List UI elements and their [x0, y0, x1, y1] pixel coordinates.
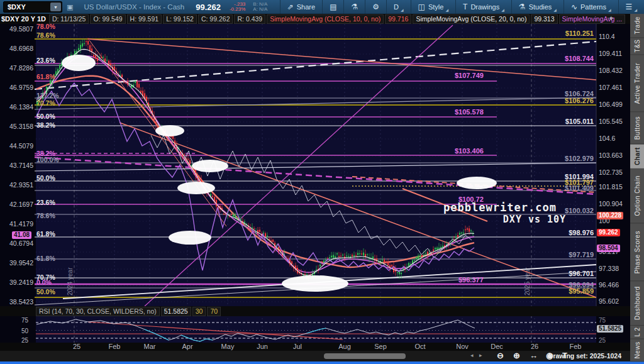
candle-body: [331, 256, 332, 258]
sidebar-tab-buttons[interactable]: Buttons: [630, 112, 644, 144]
right-axis-badge: 98.504: [597, 245, 620, 252]
right-axis-badge: 100.228: [597, 212, 623, 219]
sidebar-tab-l-2[interactable]: L 2: [630, 326, 644, 339]
sidebar-tab-active-trader[interactable]: Active Trader: [630, 55, 644, 112]
candle-body: [319, 265, 321, 267]
toolbar-button-notes[interactable]: ▤: [322, 0, 343, 14]
candle-body: [250, 228, 251, 229]
time-axis[interactable]: 25FebMarAprMayJunJulAugSepOctNovDec26Feb: [0, 343, 630, 351]
ohlc-field: H: 99.591: [127, 14, 162, 24]
text-icon: T: [463, 3, 467, 11]
price-chart-canvas[interactable]: 2024 year2025 year78.0%78.6%23.6%61.8%12…: [0, 24, 630, 351]
left-axis-tick: 39.2419: [9, 279, 33, 286]
sidebar-tab-dashboard[interactable]: Dashboard: [630, 281, 644, 326]
time-axis-label: Sep: [374, 343, 387, 350]
study-name[interactable]: SimpleMovingAvg (CLOSE, 20, 0, no): [413, 14, 530, 24]
price-level-label: $98.976: [569, 229, 594, 236]
fib-level-label: 70.7%: [36, 99, 55, 107]
crosshair-cursor-icon[interactable]: ⌖: [599, 14, 624, 23]
candle-body: [235, 215, 236, 218]
toolbar-button-label: D: [394, 3, 399, 11]
rsi-overbought-value[interactable]: 70: [207, 307, 221, 316]
price-level-label: $105.011: [565, 118, 594, 125]
candles-icon: ◫: [418, 3, 425, 11]
left-axis-tick: 39.9542: [9, 259, 33, 267]
toolbar-button-analyze[interactable]: ⚗: [343, 0, 365, 14]
zoom-in-icon[interactable]: ⊕: [513, 351, 520, 360]
sidebar-tab-trade[interactable]: Trade: [630, 14, 644, 38]
chart-scrollbar-handle[interactable]: [324, 353, 406, 359]
year-marker-label: 2024 year: [67, 267, 74, 295]
candle-body: [59, 65, 60, 69]
rsi-plot-bg: [36, 316, 596, 343]
symbol-dropdown-icon[interactable]: ▼: [50, 3, 61, 11]
fib-level-label: 100.0%: [36, 156, 59, 163]
toolbar-button-label: Studies: [529, 3, 552, 11]
symbol-selector[interactable]: $DXY ▼: [3, 1, 62, 13]
wave-icon: ∿: [571, 3, 577, 11]
candle-body: [423, 255, 425, 255]
candle-body: [416, 257, 417, 259]
candle-body: [467, 228, 468, 229]
candle-body: [359, 253, 360, 254]
zoom-out-icon[interactable]: ⊖: [497, 351, 504, 360]
toolbar-button-label: Patterns: [580, 3, 606, 11]
candle-body: [316, 269, 317, 270]
sidebar-tab-t-s[interactable]: T&S: [630, 38, 644, 55]
right-axis-tick: 102.735: [599, 168, 623, 176]
fib-level-label: 50.0%: [36, 288, 55, 295]
change-percent: -0.23%: [230, 7, 245, 12]
toolbar-button-style[interactable]: ◫Style◢: [411, 0, 455, 14]
toolbar-button-settings[interactable]: ⚙: [365, 0, 386, 14]
sidebar-tab-news[interactable]: News: [630, 339, 644, 361]
toolbar-button-studies[interactable]: ⚗Studies◢: [511, 0, 564, 14]
candle-body: [333, 255, 334, 258]
fib-level-label: 61.8%: [36, 230, 55, 238]
candle-body: [106, 60, 108, 60]
candle-body: [348, 256, 349, 256]
right-axis-tick: 101.815: [599, 183, 623, 190]
candle-body: [352, 255, 353, 256]
highlight-ellipse: [177, 182, 215, 194]
sidebar-tab-option-chain[interactable]: Option Chain: [630, 168, 644, 223]
gear-icon: ⚙: [372, 3, 379, 11]
link-channel-icon[interactable]: ▣: [67, 3, 73, 11]
candle-body: [461, 233, 462, 233]
candle-body: [455, 237, 457, 238]
fib-level-label: 38.2%: [36, 121, 55, 129]
price-level-label: $108.744: [565, 55, 594, 62]
price-level-label: $103.406: [455, 147, 484, 155]
rsi-oversold-value[interactable]: 30: [192, 307, 206, 316]
time-axis-label: May: [221, 343, 235, 350]
sidebar-tab-phase-scores[interactable]: Phase Scores: [630, 224, 644, 281]
toolbar-button-drawings[interactable]: TDrawings◢: [455, 0, 511, 14]
toolbar-button-share[interactable]: ⇗Share: [280, 0, 322, 14]
candle-body: [231, 214, 232, 214]
candle-body: [287, 258, 289, 258]
ohlc-field: O: 99.549: [90, 14, 125, 24]
price-level-label: $95.859: [569, 287, 594, 295]
toolbar-button-timeframe[interactable]: D◢: [386, 0, 411, 14]
highlight-ellipse: [457, 177, 497, 189]
toolbar-button-menu[interactable]: ☰◢: [618, 0, 644, 14]
pan-horizontal-icon[interactable]: ↔: [530, 351, 538, 360]
candle-body: [425, 253, 426, 254]
price-level-label: $107.749: [455, 72, 484, 79]
symbol-input[interactable]: $DXY: [4, 3, 50, 11]
candle-body: [244, 222, 245, 223]
toolbar-button-patterns[interactable]: ∿Patterns◢: [564, 0, 618, 14]
study-name[interactable]: SimpleMovingAvg (CLOSE, 10, 0, no): [267, 14, 384, 24]
rsi-label[interactable]: RSI (14, 70, 30, CLOSE, WILDERS, no): [36, 307, 160, 316]
fib-level-label: 50.0%: [36, 113, 55, 120]
time-axis-label: Feb: [570, 343, 582, 350]
candle-body: [89, 45, 91, 51]
scroll-left-arrow[interactable]: ◂: [470, 352, 474, 358]
sidebar-tab-chart[interactable]: Chart: [630, 145, 644, 169]
fib-level-label: 61.8%: [36, 255, 55, 262]
last-price: 99.262: [196, 3, 221, 12]
chart-plot-bg: [36, 24, 596, 306]
candle-body: [452, 241, 453, 241]
candle-body: [361, 253, 362, 254]
scroll-right-arrow[interactable]: ▸: [479, 352, 482, 358]
fib-level-label: 23.6%: [36, 199, 55, 206]
